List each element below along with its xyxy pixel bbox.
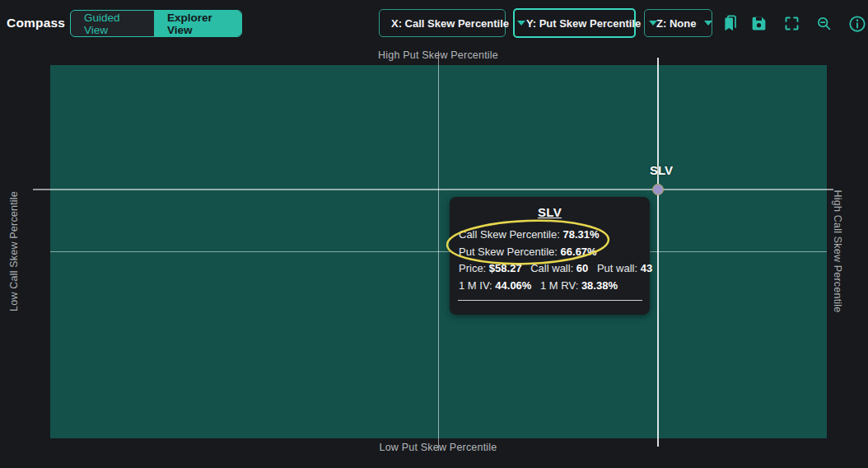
tooltip-row-put-skew: Put Skew Percentile: 66.67% xyxy=(459,244,641,261)
put-skew-label: Put Skew Percentile: xyxy=(459,246,561,258)
axis-label-right: High Call Skew Percentile xyxy=(832,185,843,317)
rv-pair: 1 M RV: 38.38% xyxy=(540,279,618,292)
iv-pair: 1 M IV: 44.06% xyxy=(459,279,531,292)
axis-label-top: High Put Skew Percentile xyxy=(0,49,868,61)
tooltip-row-call-skew: Call Skew Percentile: 78.31% xyxy=(459,227,641,244)
axis-label-bottom: Low Put Skew Percentile xyxy=(0,442,868,453)
crosshair-vertical-line xyxy=(657,58,659,447)
view-toggle: Guided View Explorer View xyxy=(70,10,242,37)
datapoint-label: SLV xyxy=(642,163,680,177)
app-logo-title: Compass xyxy=(7,16,65,30)
tooltip-row-price-walls: Price: $58.27 Call wall: 60 Put wall: 43 xyxy=(459,260,641,278)
info-icon[interactable] xyxy=(848,15,866,33)
crosshair-horizontal-line xyxy=(33,189,833,190)
x-axis-dropdown-label: X: Call Skew Percentile xyxy=(391,17,509,30)
price-pair: Price: $58.27 xyxy=(459,262,522,274)
tooltip-row-iv-rv: 1 M IV: 44.06% 1 M RV: 38.38% xyxy=(459,278,641,295)
slv-datapoint[interactable] xyxy=(652,184,664,195)
put-wall-pair: Put wall: 43 xyxy=(597,262,652,274)
put-skew-value: 66.67% xyxy=(561,246,597,258)
call-skew-label: Call Skew Percentile: xyxy=(459,228,562,241)
call-wall-pair: Call wall: 60 xyxy=(530,262,588,274)
tooltip-divider xyxy=(458,300,642,301)
save-icon[interactable] xyxy=(750,15,768,32)
datapoint-tooltip: SLV Call Skew Percentile: 78.31% Put Ske… xyxy=(450,197,650,315)
call-skew-value: 78.31% xyxy=(562,228,599,241)
tooltip-title: SLV xyxy=(459,205,641,219)
x-axis-dropdown[interactable]: X: Call Skew Percentile xyxy=(379,9,506,37)
explorer-view-button[interactable]: Explorer View xyxy=(154,11,241,36)
guided-view-button[interactable]: Guided View xyxy=(71,11,154,36)
z-axis-dropdown[interactable]: Z: None xyxy=(644,9,712,37)
fullscreen-icon[interactable] xyxy=(783,15,800,32)
search-icon[interactable] xyxy=(815,15,833,32)
y-axis-dropdown-label: Y: Put Skew Percentile xyxy=(526,17,641,30)
chevron-down-icon xyxy=(704,21,712,26)
horizontal-midline xyxy=(50,251,827,252)
axis-label-left: Low Call Skew Percentile xyxy=(8,185,20,317)
bookmark-icon[interactable] xyxy=(721,15,739,32)
y-axis-dropdown[interactable]: Y: Put Skew Percentile xyxy=(513,8,636,38)
z-axis-dropdown-label: Z: None xyxy=(656,17,696,30)
app-header: Compass Guided View Explorer View X: Cal… xyxy=(0,0,868,48)
